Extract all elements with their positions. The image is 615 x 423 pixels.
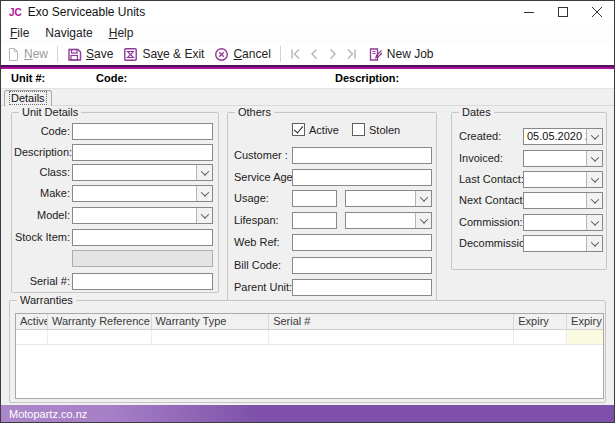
stolen-checkbox[interactable]: Stolen: [352, 123, 400, 136]
previous-record-icon: [308, 48, 320, 60]
commission-dropdown-button[interactable]: [586, 215, 602, 230]
title-bar: JC Exo Serviceable Units: [1, 1, 614, 23]
make-dropdown-button[interactable]: [196, 186, 212, 201]
usage-field-label: Usage:: [234, 192, 269, 204]
lifespan-dropdown-button[interactable]: [415, 213, 431, 228]
last-record-icon: [346, 48, 358, 60]
web-ref-input[interactable]: [292, 234, 432, 251]
active-checkbox-label: Active: [309, 124, 339, 136]
class-field-label: Class:: [14, 166, 70, 178]
close-icon: [592, 7, 602, 17]
chevron-down-icon: [200, 210, 208, 218]
chevron-down-icon: [590, 153, 598, 161]
app-window: JC Exo Serviceable Units File Navigate H…: [0, 0, 615, 423]
code-field-label: Code:: [14, 125, 70, 137]
model-field-label: Model:: [14, 209, 70, 221]
checkbox-check-icon: [292, 123, 305, 136]
customer-input[interactable]: [292, 147, 432, 164]
menu-bar: File Navigate Help: [1, 23, 614, 43]
unit-number-label: Unit #:: [11, 72, 45, 84]
checkbox-box-icon: [352, 123, 365, 136]
decommission-date-select[interactable]: [523, 235, 603, 252]
menu-file[interactable]: File: [1, 23, 37, 43]
usage-unit-select[interactable]: [345, 190, 432, 207]
customer-field-label: Customer :: [234, 149, 288, 161]
stolen-checkbox-label: Stolen: [369, 124, 400, 136]
usage-dropdown-button[interactable]: [415, 191, 431, 206]
invoiced-date-select[interactable]: [523, 150, 603, 167]
menu-navigate[interactable]: Navigate: [37, 23, 100, 43]
details-panel: Unit Details Code: Description: Class: M…: [1, 106, 614, 405]
save-exit-button[interactable]: Save & Exit: [118, 44, 209, 64]
minimize-button[interactable]: [512, 1, 546, 23]
stock-item-input[interactable]: [72, 229, 213, 246]
last-contact-date-select[interactable]: [523, 171, 603, 188]
toolbar-separator: [57, 46, 58, 62]
column-header-expiry-date[interactable]: Expiry Da: [567, 314, 603, 329]
column-header-serial[interactable]: Serial #: [269, 314, 514, 329]
code-input[interactable]: [72, 123, 213, 140]
column-header-warranty-type[interactable]: Warranty Type: [152, 314, 270, 329]
next-record-button[interactable]: [325, 45, 342, 63]
first-record-button[interactable]: [287, 45, 304, 63]
maximize-icon: [558, 7, 568, 17]
dates-group: Dates Created: 05.05.2020 2:28 Invoiced:…: [451, 112, 607, 270]
column-header-active[interactable]: Active: [16, 314, 48, 329]
column-header-warranty-reference[interactable]: Warranty Reference: [48, 314, 152, 329]
others-group-title: Others: [235, 106, 274, 118]
lifespan-value-input[interactable]: [292, 212, 337, 229]
model-select[interactable]: [72, 207, 213, 224]
cancel-icon: [214, 47, 229, 62]
cancel-button[interactable]: Cancel: [209, 44, 275, 64]
save-exit-icon: [123, 47, 138, 62]
last-record-button[interactable]: [344, 45, 361, 63]
created-dropdown-button[interactable]: [586, 129, 602, 144]
usage-value-input[interactable]: [292, 190, 337, 207]
service-agent-input[interactable]: [292, 169, 432, 186]
serial-field-label: Serial #:: [14, 275, 70, 287]
lifespan-unit-select[interactable]: [345, 212, 432, 229]
invoiced-dropdown-button[interactable]: [586, 151, 602, 166]
bill-code-input[interactable]: [292, 257, 432, 274]
close-button[interactable]: [580, 1, 614, 23]
dates-group-title: Dates: [459, 106, 494, 118]
make-field-label: Make:: [14, 187, 70, 199]
new-button[interactable]: New: [1, 44, 53, 64]
active-checkbox[interactable]: Active: [292, 123, 339, 136]
decommission-dropdown-button[interactable]: [586, 236, 602, 251]
invoiced-field-label: Invoiced:: [459, 152, 503, 164]
minimize-icon: [524, 7, 534, 17]
status-text: Motopartz.co.nz: [1, 408, 87, 420]
code-label: Code:: [96, 72, 127, 84]
chevron-down-icon: [200, 167, 208, 175]
serial-input[interactable]: [72, 273, 213, 290]
column-header-expiry[interactable]: Expiry: [514, 314, 567, 329]
class-select[interactable]: [72, 164, 213, 181]
maximize-button[interactable]: [546, 1, 580, 23]
last-contact-dropdown-button[interactable]: [586, 172, 602, 187]
warranties-table-header: Active Warranty Reference Warranty Type …: [16, 314, 603, 330]
save-icon: [67, 47, 82, 62]
record-header: Unit #: Code: Description:: [1, 69, 614, 89]
model-dropdown-button[interactable]: [196, 208, 212, 223]
stock-item-field-label: Stock Item:: [14, 231, 70, 243]
warranties-table[interactable]: Active Warranty Reference Warranty Type …: [15, 313, 604, 399]
class-dropdown-button[interactable]: [196, 165, 212, 180]
next-contact-dropdown-button[interactable]: [586, 193, 602, 208]
save-button[interactable]: Save: [62, 44, 118, 64]
previous-record-button[interactable]: [306, 45, 323, 63]
last-contact-field-label: Last Contact:: [459, 173, 524, 185]
window-controls: [512, 1, 614, 23]
new-job-button[interactable]: New Job: [363, 44, 439, 64]
commission-field-label: Commission:: [459, 216, 523, 228]
description-input[interactable]: [72, 144, 213, 161]
commission-date-select[interactable]: [523, 214, 603, 231]
parent-unit-input[interactable]: [292, 279, 432, 296]
next-contact-date-select[interactable]: [523, 192, 603, 209]
menu-help[interactable]: Help: [101, 23, 142, 43]
make-select[interactable]: [72, 185, 213, 202]
table-row[interactable]: [16, 330, 603, 345]
next-record-icon: [327, 48, 339, 60]
tab-details[interactable]: Details: [4, 90, 52, 107]
created-date-select[interactable]: 05.05.2020 2:28: [523, 128, 603, 145]
